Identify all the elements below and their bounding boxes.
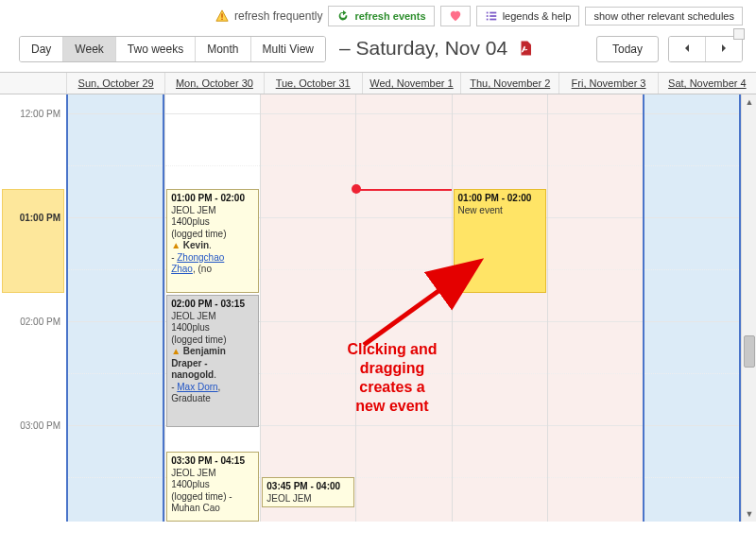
svg-rect-6 [490,12,496,14]
svg-rect-3 [486,12,488,14]
event-line: JEOL JEM [266,493,350,505]
day-col-mon[interactable]: 01:00 PM - 02:00 JEOL JEM 1400plus (logg… [164,94,260,522]
day-header-gutter [0,73,66,94]
svg-rect-7 [490,15,496,17]
event-time: 01:00 PM - 02:00 [458,193,541,205]
view-month[interactable]: Month [196,37,250,61]
svg-rect-1 [221,13,222,17]
current-time-block [2,189,64,293]
event-line: ▲ Benjamin [171,346,254,358]
calendar-grid: 12:00 PM 01:00 PM 02:00 PM 03:00 PM 01:0… [0,94,756,522]
refresh-icon [336,9,350,23]
svg-rect-4 [486,15,488,17]
event-mon-2[interactable]: 02:00 PM - 03:15 JEOL JEM 1400plus (logg… [166,295,259,427]
svg-rect-2 [221,19,222,20]
svg-rect-8 [490,19,496,21]
event-line: Draper - [171,358,254,370]
view-multi[interactable]: Multi View [251,37,325,61]
day-head-sun[interactable]: Sun, October 29 [66,73,164,94]
day-col-sat[interactable] [643,94,741,522]
day-head-sat[interactable]: Sat, November 4 [658,73,756,94]
event-line: (logged time) [171,229,254,241]
view-day[interactable]: Day [20,37,63,61]
event-line: 1400plus [171,322,254,334]
refresh-events-label: refresh events [354,10,425,22]
link-bar: refresh frequently refresh events legend… [0,0,756,30]
day-head-wed[interactable]: Wed, November 1 [362,73,460,94]
event-link[interactable]: Zhao [171,264,193,274]
day-col-wed[interactable] [355,94,451,522]
toolbar: Day Week Two weeks Month Multi View – Sa… [0,30,756,72]
collapse-toggle[interactable] [733,28,745,40]
date-range-title: – Saturday, Nov 04 [339,37,534,60]
grid-inner: 12:00 PM 01:00 PM 02:00 PM 03:00 PM 01:0… [0,94,741,522]
svg-marker-10 [722,44,726,52]
refresh-events-button[interactable]: refresh events [328,6,434,26]
event-line: JEOL JEM [171,311,254,323]
time-gutter: 12:00 PM 01:00 PM 02:00 PM 03:00 PM [0,94,66,522]
scroll-down-icon[interactable]: ▼ [742,506,756,522]
view-week[interactable]: Week [63,37,115,61]
svg-rect-5 [486,19,488,21]
pdf-icon[interactable] [517,39,534,61]
event-line: (logged time) [171,334,254,347]
event-mon-3[interactable]: 03:30 PM - 04:15 JEOL JEM 1400plus (logg… [166,452,259,522]
now-dot-icon [352,184,361,194]
day-col-thu[interactable]: 01:00 PM - 02:00 New event [452,94,547,522]
event-line: - Max Dorn, [171,382,254,394]
event-line: - Zhongchao [171,252,254,265]
scroll-up-icon[interactable]: ▲ [742,94,756,110]
list-icon [485,9,498,23]
day-header: Sun, October 29 Mon, October 30 Tue, Oct… [0,72,756,94]
scrollbar-thumb[interactable] [744,335,755,368]
next-button[interactable] [706,37,742,61]
time-label-15: 03:00 PM [20,420,60,431]
now-line [356,189,451,191]
legends-help-button[interactable]: legends & help [476,6,580,26]
event-line: (logged time) - [171,491,254,504]
event-time: 03:45 PM - 04:00 [266,481,350,493]
view-segment: Day Week Two weeks Month Multi View [19,36,326,62]
event-mon-1[interactable]: 01:00 PM - 02:00 JEOL JEM 1400plus (logg… [166,189,259,293]
event-line: nanogold. [171,369,254,382]
day-head-tue[interactable]: Tue, October 31 [264,73,362,94]
day-head-fri[interactable]: Fri, November 3 [558,73,657,94]
today-button[interactable]: Today [596,36,659,62]
event-new[interactable]: 01:00 PM - 02:00 New event [454,189,546,293]
event-line: JEOL JEM [171,205,254,217]
time-label-12: 12:00 PM [20,109,60,119]
vertical-scrollbar[interactable]: ▲ ▼ [741,94,756,522]
event-tue-1[interactable]: 03:45 PM - 04:00 JEOL JEM [262,477,354,507]
day-col-sun[interactable] [66,94,164,522]
time-label-13: 01:00 PM [20,213,60,223]
date-range-text: – Saturday, Nov 04 [339,37,507,59]
favorite-button[interactable] [440,6,471,26]
event-line: ▲ Kevin. [171,240,254,252]
time-label-14: 02:00 PM [20,317,60,327]
warning-icon: ▲ [171,346,180,356]
event-link[interactable]: Zhongchao [177,252,224,263]
day-col-tue[interactable]: 03:45 PM - 04:00 JEOL JEM [260,94,355,522]
event-line: JEOL JEM [171,468,254,480]
day-head-thu[interactable]: Thu, November 2 [460,73,558,94]
event-time: 01:00 PM - 02:00 [171,193,254,205]
other-schedules-button[interactable]: show other relevant schedules [585,7,743,26]
warning-icon [215,9,229,23]
heart-icon [449,9,462,23]
event-line: 1400plus [171,216,254,229]
event-link[interactable]: Max Dorn [177,382,217,392]
refresh-note: refresh frequently [215,9,322,23]
event-time: 02:00 PM - 03:15 [171,299,254,311]
prev-button[interactable] [669,37,706,61]
legends-help-label: legends & help [503,10,572,22]
warning-icon: ▲ [171,240,180,250]
event-line: 1400plus [171,479,254,491]
day-col-fri[interactable] [547,94,643,522]
chevron-left-icon [682,43,692,56]
event-line: Zhao, (no [171,264,254,276]
chevron-right-icon [719,43,729,56]
svg-marker-9 [685,44,689,52]
other-schedules-label: show other relevant schedules [593,10,734,22]
view-two-weeks[interactable]: Two weeks [116,37,196,61]
day-head-mon[interactable]: Mon, October 30 [164,73,263,94]
